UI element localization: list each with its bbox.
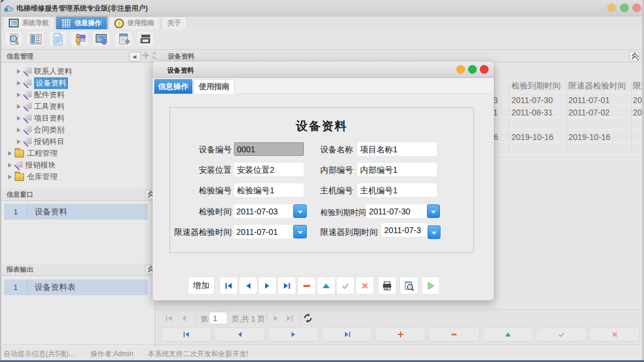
svg-text:?: ? xyxy=(117,21,121,26)
